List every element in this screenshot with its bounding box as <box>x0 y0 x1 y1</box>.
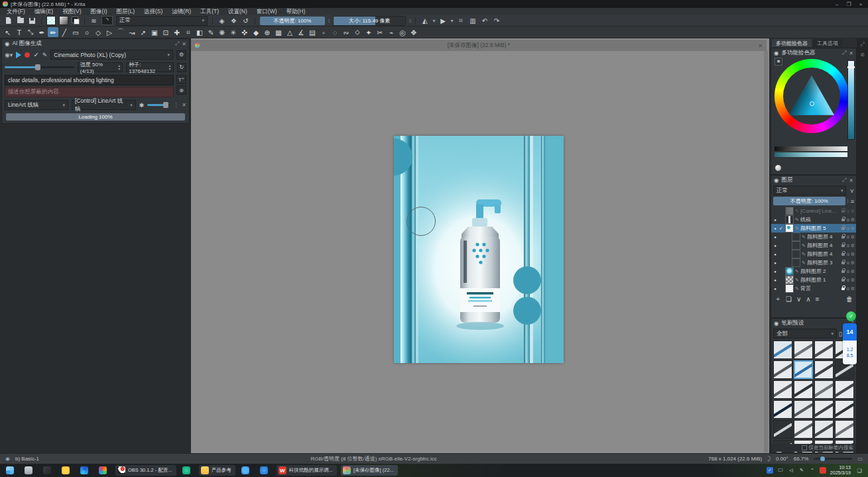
measure-tool[interactable]: ∡ <box>296 27 306 37</box>
add-region-icon[interactable]: ⊕ <box>176 85 186 95</box>
move-tool[interactable]: ✚ <box>172 27 182 37</box>
menu-select[interactable]: 选择(S) <box>144 8 162 16</box>
brush-preset[interactable] <box>814 420 834 439</box>
layer-control-lineart[interactable]: ● ✓ ✎ [Control] LineArt … α ⚙ <box>771 207 856 215</box>
move-layer-down-button[interactable]: ∨ <box>796 295 801 303</box>
layer-visibility-eye-icon[interactable]: ● <box>773 227 778 231</box>
chat-app-button[interactable] <box>258 465 273 476</box>
brush-preset-chooser-icon[interactable]: ◝ <box>101 16 113 25</box>
maximize-button[interactable]: ❐ <box>844 1 853 7</box>
ellipse-tool[interactable]: ○ <box>82 27 92 37</box>
layer-properties-gear-icon[interactable]: ⚙ <box>851 260 855 266</box>
layer-lock-icon[interactable] <box>841 236 845 238</box>
brush-preset[interactable] <box>794 341 813 359</box>
brush-preset[interactable] <box>814 341 834 359</box>
bezier-curve-tool[interactable]: ⌒ <box>115 27 126 37</box>
brush-preset[interactable] <box>773 400 792 419</box>
product-ref-window-button[interactable]: 产品参考 <box>199 465 235 476</box>
add-text-layer-icon[interactable]: T⁺ <box>176 75 186 84</box>
brush-tag-dropdown[interactable]: 全部▾ <box>773 329 837 339</box>
open-document-icon[interactable] <box>16 17 25 25</box>
red-tray-icon[interactable] <box>820 467 826 474</box>
reload-preset-icon[interactable]: ↺ <box>241 17 250 25</box>
minimize-button[interactable]: – <box>832 1 841 7</box>
brush-preset[interactable] <box>835 380 854 399</box>
save-document-icon[interactable] <box>28 17 36 25</box>
yellow-app-button[interactable] <box>60 465 74 476</box>
fullscreen-canvas-icon[interactable]: ▭ <box>857 456 863 462</box>
generate-play-button[interactable] <box>16 52 21 58</box>
layer-lock-icon[interactable] <box>841 279 845 282</box>
tab-tool-options[interactable]: 工具选项 <box>813 39 842 47</box>
notification-center-icon[interactable]: ❏ <box>855 466 864 475</box>
edge-button[interactable] <box>78 465 93 476</box>
layer-visibility-eye-icon[interactable]: ● <box>773 278 778 282</box>
menu-layer[interactable]: 图层(L) <box>117 8 135 16</box>
menu-edit[interactable]: 编辑(E) <box>34 8 53 16</box>
ellipse-select-tool[interactable]: ◌ <box>330 27 340 37</box>
eraser-mode-icon[interactable]: ◈ <box>217 17 226 25</box>
menu-window[interactable]: 窗口(W) <box>257 8 277 16</box>
close-docker-icon[interactable]: ✕ <box>182 41 186 47</box>
transform-tool[interactable]: ⊡ <box>160 27 171 37</box>
colorspace-status[interactable]: RGB/透明度 (8 位整数/通道) sRGB-elle-V2-srgbtrc.… <box>44 455 703 462</box>
dynamic-brush-tool[interactable]: ➚ <box>138 27 149 37</box>
prompt-input[interactable]: clear details, professional shooting lig… <box>5 75 174 85</box>
randomize-seed-icon[interactable]: ↻ <box>177 63 186 72</box>
brush-preset[interactable] <box>773 420 792 439</box>
taskbar-clock[interactable]: 10:13 2025/3/19 <box>830 465 851 476</box>
menu-view[interactable]: 视图(V) <box>62 8 81 16</box>
seed-spinbox[interactable]: 种子: 137648132▴▾ <box>126 62 173 72</box>
ai-model-dropdown[interactable]: Cinematic Photo (XL) (Copy)▾ <box>50 50 173 60</box>
color-history-swatch[interactable] <box>775 165 781 171</box>
crop-canvas-icon[interactable]: ⌗ <box>457 17 465 25</box>
layer-visibility-eye-icon[interactable]: ● <box>773 270 778 274</box>
alpha-lock-icon[interactable]: α <box>847 260 849 265</box>
rotation-icon[interactable]: ⤸ <box>767 456 771 462</box>
display-icon[interactable]: 🖵 <box>777 467 784 474</box>
close-button[interactable]: × <box>856 1 865 7</box>
brush-preset[interactable] <box>773 341 792 359</box>
layer-lock-icon[interactable] <box>841 270 845 273</box>
undo-icon[interactable]: ↶ <box>481 17 489 25</box>
close-docker-icon[interactable]: ✕ <box>849 178 853 184</box>
float-docker-icon[interactable]: ⤢ <box>860 41 864 48</box>
similar-color-select-tool[interactable]: ✦ <box>363 27 374 37</box>
task-view-button[interactable] <box>23 465 37 476</box>
menu-tools[interactable]: 工具(T) <box>200 8 219 16</box>
control-strength-slider[interactable] <box>147 104 170 106</box>
polygon-tool[interactable]: ◇ <box>93 27 103 37</box>
tray-expand-caret[interactable]: ⌃ <box>809 467 816 474</box>
layer-blend-mode-dropdown[interactable]: 正常▾ <box>773 186 846 195</box>
foreground-background-colors[interactable] <box>72 17 80 25</box>
brush-preset[interactable] <box>814 400 834 419</box>
brush-preset[interactable] <box>814 380 834 399</box>
color-picker-tool[interactable]: ✎ <box>206 27 216 37</box>
layer-properties-button[interactable]: ≡ <box>816 295 820 303</box>
search-scope-checkbox[interactable] <box>802 445 807 450</box>
brush-view-mode-icon[interactable]: ▯ <box>839 331 842 337</box>
alpha-lock-icon[interactable]: α <box>847 235 849 239</box>
pattern-edit-tool[interactable]: ❋ <box>217 27 227 37</box>
edit-brush-icon[interactable]: ✎ <box>42 52 48 58</box>
gradient-swatch[interactable] <box>59 16 68 25</box>
brush-preset[interactable] <box>773 360 792 379</box>
layer-visibility-eye-icon[interactable]: ● <box>773 252 778 256</box>
duplicate-layer-button[interactable]: ❏ <box>786 295 792 303</box>
layer-lock-icon[interactable] <box>841 288 845 290</box>
layer-filter-icon[interactable]: ⋎ <box>849 187 854 194</box>
reference-images-tool[interactable]: ▤ <box>307 27 318 37</box>
layer-opacity-slider[interactable]: 不透明度: 100% <box>773 197 845 205</box>
layer-lineart[interactable]: ● ✓ ✎ 线稿 α ⚙ <box>771 215 856 224</box>
layer-lock-icon[interactable] <box>841 262 845 264</box>
layer-lock-icon[interactable] <box>841 219 845 221</box>
layer-lock-icon[interactable] <box>841 210 845 213</box>
brush-preset[interactable] <box>773 380 792 399</box>
pattern-swatch[interactable] <box>46 16 56 25</box>
select-shapes-tool[interactable]: ↖ <box>3 27 13 37</box>
menu-help[interactable]: 帮助(H) <box>286 8 305 16</box>
workspace-chooser-icon[interactable]: ▥ <box>469 17 477 25</box>
zoom-level-status[interactable]: 66.7% <box>794 456 809 462</box>
colorize-mask-tool[interactable]: ✳ <box>228 27 239 37</box>
layer-properties-gear-icon[interactable]: ⚙ <box>851 286 855 292</box>
